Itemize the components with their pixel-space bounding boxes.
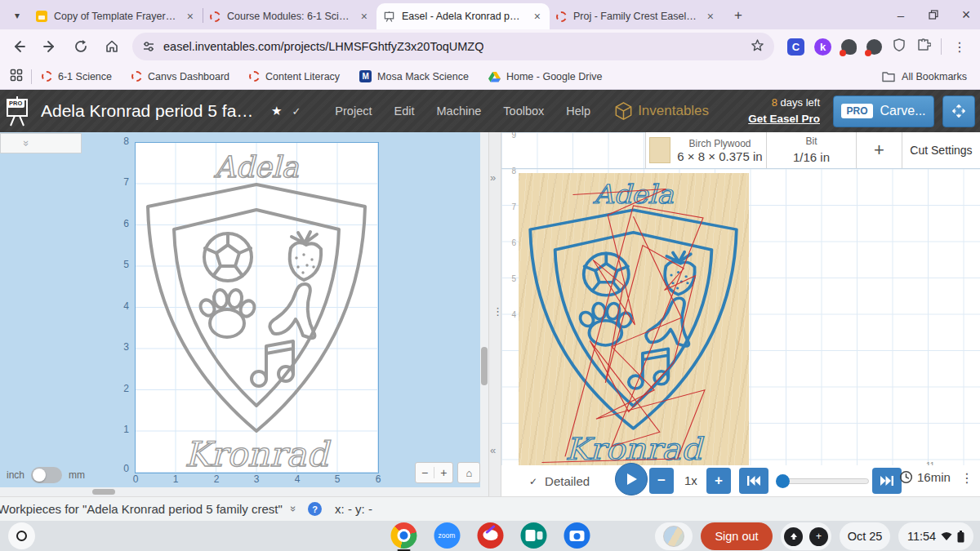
- url-text[interactable]: easel.inventables.com/projects/LHMSFGhtf…: [163, 40, 483, 53]
- date-button[interactable]: Oct 25: [840, 522, 890, 550]
- add-bit-button[interactable]: +: [856, 132, 902, 168]
- shelf-status-area: Sign out + Oct 25 11:54: [655, 522, 973, 550]
- workpieces-label[interactable]: Workpieces for "Adela Kronrad period 5 f…: [0, 502, 283, 516]
- ruler-y-label: 4: [111, 300, 129, 312]
- simulation-menu-icon[interactable]: ⋮: [960, 470, 973, 486]
- chrome-app[interactable]: [390, 522, 417, 551]
- tab-course-modules[interactable]: Course Modules: 6-1 Science 2 ×: [203, 3, 376, 29]
- collapse-up-icon[interactable]: «: [287, 506, 300, 512]
- canvas-drawing-app[interactable]: [477, 522, 504, 551]
- tab-close-icon[interactable]: ×: [185, 10, 196, 23]
- menu-edit[interactable]: Edit: [394, 104, 415, 118]
- unit-toggle-switch[interactable]: [31, 467, 62, 483]
- sign-out-button[interactable]: Sign out: [701, 522, 773, 550]
- preview-panel[interactable]: 9 8 7 6 5 4 0 1 2 11 Birch Plyw: [501, 132, 980, 496]
- kami-extension-icon[interactable]: k: [814, 38, 831, 56]
- crest-design-gray[interactable]: [136, 143, 378, 473]
- material-dimensions: 6 × 8 × 0.375 in: [677, 149, 762, 163]
- home-icon[interactable]: [100, 34, 124, 59]
- bookmark-label: Home - Google Drive: [506, 71, 602, 82]
- workpiece-2d[interactable]: [135, 142, 379, 473]
- chrome-icon: [390, 522, 416, 549]
- menu-machine[interactable]: Machine: [437, 104, 482, 118]
- bookmark-canvs-dashboard[interactable]: Canvs Dashboard: [131, 71, 229, 82]
- favorite-star-icon[interactable]: ★: [271, 104, 282, 118]
- help-button[interactable]: ?: [308, 502, 322, 516]
- system-tray[interactable]: 11:54: [898, 522, 973, 550]
- close-window-button[interactable]: ×: [959, 7, 973, 22]
- zoom-home-button[interactable]: ⌂: [457, 462, 480, 483]
- inventables-brand[interactable]: Inventables: [615, 102, 709, 120]
- canvas-vertical-scrollbar[interactable]: [480, 132, 488, 487]
- extensions-puzzle-icon[interactable]: [916, 38, 931, 56]
- account-button[interactable]: [655, 522, 693, 550]
- arrow-up-button[interactable]: [784, 527, 803, 546]
- all-bookmarks[interactable]: All Bookmarks: [882, 71, 980, 82]
- tab-proj-family-crest[interactable]: Proj - Family Crest Easel & X-ca ×: [550, 3, 723, 29]
- bookmark-science[interactable]: 6-1 Science: [42, 71, 112, 82]
- design-canvas[interactable]: 8 7 6 5 4 3 2 1 0 0 1 2 3 4 5 6 » inch m…: [0, 132, 480, 487]
- cut-settings-button[interactable]: Cut Settings: [902, 132, 980, 168]
- scrollbar-thumb[interactable]: [92, 489, 115, 495]
- simulation-progress-track[interactable]: [777, 478, 869, 484]
- bookmark-content-literacy[interactable]: Content Literacy: [249, 71, 340, 82]
- menu-help[interactable]: Help: [566, 104, 590, 118]
- zoom-out-button[interactable]: −: [416, 466, 434, 479]
- minimize-button[interactable]: –: [893, 7, 908, 22]
- expand-right-icon[interactable]: »: [490, 171, 496, 184]
- menu-toolbox[interactable]: Toolbox: [503, 104, 544, 118]
- speed-decrease-button[interactable]: −: [649, 468, 674, 494]
- clever-extension-icon[interactable]: C: [787, 38, 804, 56]
- tab-easel-active[interactable]: Easel - Adela Kronrad period 5 ×: [376, 3, 550, 29]
- canvas-horizontal-scrollbar[interactable]: [0, 487, 488, 496]
- zoom-in-button[interactable]: +: [434, 466, 452, 479]
- extension-badge-icon-2[interactable]: [866, 39, 882, 55]
- new-tab-button[interactable]: +: [728, 5, 749, 26]
- forward-icon[interactable]: [38, 34, 62, 59]
- simulation-progress-knob[interactable]: [776, 474, 790, 488]
- bookmark-google-drive[interactable]: Home - Google Drive: [488, 71, 602, 82]
- extension-badge-icon[interactable]: [841, 39, 857, 55]
- tab-title: Proj - Family Crest Easel & X-ca: [573, 11, 698, 22]
- bit-selector[interactable]: Bit 1/16 in: [766, 132, 856, 168]
- reload-icon[interactable]: [69, 34, 93, 59]
- expand-left-icon[interactable]: «: [490, 444, 496, 456]
- address-bar[interactable]: easel.inventables.com/projects/LHMSFGhtf…: [132, 33, 774, 60]
- apps-grid-icon[interactable]: [10, 69, 23, 85]
- get-easel-pro-link[interactable]: Get Easel Pro: [748, 113, 820, 125]
- play-simulation-button[interactable]: [615, 463, 648, 495]
- browser-menu-icon[interactable]: ⋮: [951, 39, 973, 55]
- bookmark-mosa-mack[interactable]: MMosa Mack Science: [359, 70, 469, 82]
- zoom-app[interactable]: zoom: [434, 522, 461, 551]
- easel-pro-logo[interactable]: PRO: [3, 93, 31, 129]
- menu-project[interactable]: Project: [335, 104, 372, 118]
- skip-to-start-button[interactable]: [739, 468, 768, 494]
- back-icon[interactable]: [7, 34, 31, 59]
- tab-search-button[interactable]: ▾: [7, 5, 28, 26]
- fullscreen-toggle-button[interactable]: [942, 96, 975, 127]
- plus-button[interactable]: +: [809, 527, 828, 546]
- workpiece-3d-preview[interactable]: [519, 173, 749, 465]
- launcher-button[interactable]: [8, 522, 35, 549]
- bookmark-star-icon[interactable]: [751, 38, 764, 56]
- material-selector[interactable]: Birch Plywood 6 × 8 × 0.375 in: [645, 132, 766, 168]
- restore-button[interactable]: [926, 7, 941, 22]
- scrollbar-thumb[interactable]: [481, 347, 488, 385]
- tab-frayer-model[interactable]: Copy of Template Frayer Model ×: [29, 3, 203, 29]
- tab-close-icon[interactable]: ×: [705, 10, 716, 23]
- site-settings-icon[interactable]: [142, 40, 155, 53]
- privacy-shield-icon[interactable]: [892, 38, 906, 56]
- collapse-panel-button[interactable]: »: [0, 133, 82, 153]
- panel-divider[interactable]: » ⋮ «: [488, 132, 501, 496]
- projector-app[interactable]: [520, 522, 547, 551]
- tab-close-icon[interactable]: ×: [359, 10, 370, 23]
- carve-button[interactable]: PRO Carve...: [833, 96, 934, 127]
- preview-ruler-label: 4: [505, 310, 516, 319]
- speed-increase-button[interactable]: +: [706, 468, 731, 494]
- folder-icon: [882, 71, 895, 82]
- detail-mode-dropdown[interactable]: ✓ Detailed: [529, 474, 590, 488]
- tab-close-icon[interactable]: ×: [532, 10, 543, 23]
- camera-app[interactable]: [564, 522, 590, 551]
- skip-to-end-button[interactable]: [872, 468, 902, 494]
- project-title[interactable]: Adela Kronrad period 5 family c...: [41, 101, 260, 121]
